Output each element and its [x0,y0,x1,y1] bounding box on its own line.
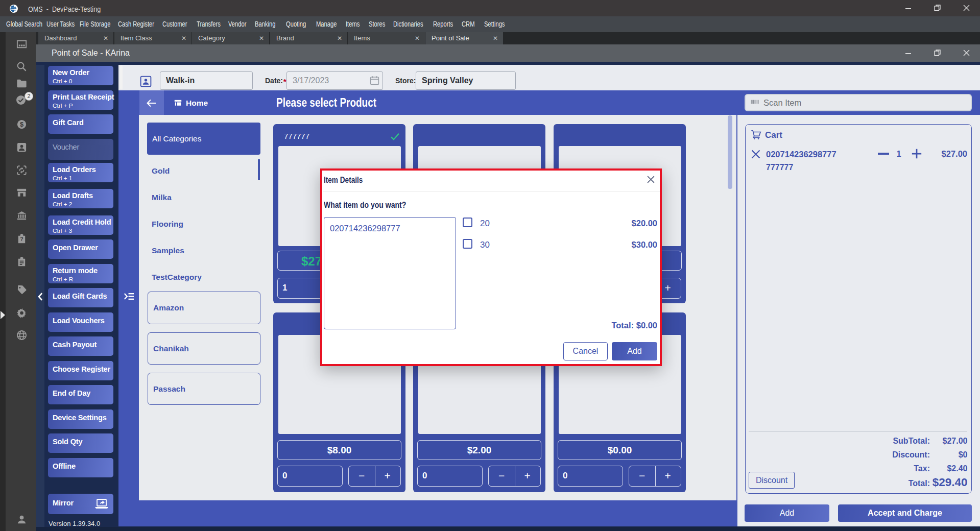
svg-text:?: ? [20,236,23,242]
svg-text:$: $ [20,120,23,128]
